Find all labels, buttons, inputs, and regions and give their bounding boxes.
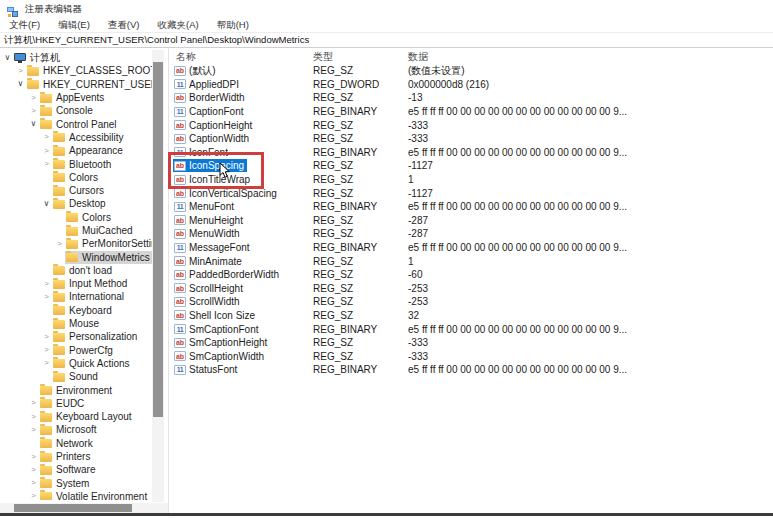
tree-item[interactable]: >Personalization <box>0 330 152 343</box>
tree-item[interactable]: >International <box>0 290 152 303</box>
chevron-right-icon[interactable]: > <box>28 412 39 422</box>
tree-item[interactable]: Environment <box>0 383 152 396</box>
chevron-right-icon[interactable]: > <box>41 279 52 289</box>
value-row[interactable]: 11CaptionFontREG_BINARYe5 ff ff ff 00 00… <box>169 105 773 119</box>
tree-item[interactable]: >Bluetooth <box>0 157 152 170</box>
chevron-down-icon[interactable]: ∨ <box>41 199 52 209</box>
value-row[interactable]: abScrollHeightREG_SZ-253 <box>169 282 773 296</box>
tree-item[interactable]: >Appearance <box>0 144 152 157</box>
tree-item[interactable]: >Keyboard Layout <box>0 410 152 423</box>
value-row[interactable]: abBorderWidthREG_SZ-13 <box>169 91 773 105</box>
value-row[interactable]: 11MessageFontREG_BINARYe5 ff ff ff 00 00… <box>169 241 773 255</box>
reg-sz-icon: ab <box>174 256 186 266</box>
menu-item-4[interactable]: 帮助(H) <box>208 19 258 32</box>
chevron-right-icon[interactable]: > <box>41 159 52 169</box>
column-header-data[interactable]: 数据 <box>406 50 773 64</box>
chevron-right-icon[interactable]: > <box>28 425 39 435</box>
value-data: e5 ff ff ff 00 00 00 00 00 00 00 00 00 0… <box>406 242 773 253</box>
chevron-right-icon[interactable]: > <box>28 106 39 116</box>
value-row[interactable]: abShell Icon SizeREG_SZ32 <box>169 309 773 323</box>
tree-item[interactable]: Keyboard <box>0 304 152 317</box>
chevron-right-icon[interactable]: > <box>28 491 39 500</box>
value-row[interactable]: abSmCaptionWidthREG_SZ-333 <box>169 349 773 363</box>
value-type: REG_SZ <box>311 133 406 144</box>
chevron-right-icon[interactable]: > <box>41 358 52 368</box>
chevron-right-icon[interactable]: > <box>28 398 39 408</box>
address-bar[interactable]: 计算机\HKEY_CURRENT_USER\Control Panel\Desk… <box>0 33 773 48</box>
chevron-right-icon[interactable]: > <box>41 146 52 156</box>
tree-item[interactable]: Cursors <box>0 184 152 197</box>
value-row[interactable]: 11StatusFontREG_BINARYe5 ff ff ff 00 00 … <box>169 363 773 377</box>
column-header-name[interactable]: 名称 <box>169 50 311 64</box>
tree-item[interactable]: WindowMetrics <box>0 250 152 263</box>
tree-item[interactable]: >EUDC <box>0 397 152 410</box>
tree-item[interactable]: >Microsoft <box>0 423 152 436</box>
value-row[interactable]: abIconTitleWrapREG_SZ1 <box>169 173 773 187</box>
tree-item[interactable]: >System <box>0 477 152 490</box>
tree-item[interactable]: >Printers <box>0 450 152 463</box>
tree-item[interactable]: MuiCached <box>0 224 152 237</box>
tree-item[interactable]: Network <box>0 437 152 450</box>
tree-vertical-scrollbar[interactable] <box>152 50 164 502</box>
value-row[interactable]: 11SmCaptionFontREG_BINARYe5 ff ff ff 00 … <box>169 322 773 336</box>
tree-item[interactable]: >Input Method <box>0 277 152 290</box>
folder-icon <box>40 413 52 422</box>
value-type: REG_SZ <box>311 269 406 280</box>
folder-icon <box>40 107 52 116</box>
tree-item[interactable]: Sound <box>0 370 152 383</box>
value-row[interactable]: abScrollWidthREG_SZ-253 <box>169 295 773 309</box>
value-row[interactable]: abMenuWidthREG_SZ-287 <box>169 227 773 241</box>
tree-item[interactable]: ∨HKEY_CURRENT_USER <box>0 78 152 91</box>
chevron-right-icon[interactable]: > <box>28 452 39 462</box>
chevron-down-icon[interactable]: ∨ <box>15 79 26 89</box>
chevron-right-icon[interactable]: > <box>41 132 52 142</box>
chevron-right-icon[interactable]: > <box>41 345 52 355</box>
reg-sz-icon: ab <box>174 66 186 76</box>
tree-item[interactable]: >HKEY_CLASSES_ROOT <box>0 64 152 77</box>
tree-item[interactable]: >Quick Actions <box>0 357 152 370</box>
column-header-type[interactable]: 类型 <box>311 50 406 64</box>
menu-item-1[interactable]: 编辑(E) <box>49 19 99 32</box>
value-row[interactable]: abCaptionHeightREG_SZ-333 <box>169 118 773 132</box>
tree-item[interactable]: Mouse <box>0 317 152 330</box>
tree-item[interactable]: >AppEvents <box>0 91 152 104</box>
menu-item-0[interactable]: 文件(F) <box>0 19 49 32</box>
vertical-scrollbar-thumb[interactable] <box>153 62 163 417</box>
value-row[interactable]: 11IconFontREG_BINARYe5 ff ff ff 00 00 00… <box>169 146 773 160</box>
chevron-down-icon[interactable]: ∨ <box>2 53 13 63</box>
value-row[interactable]: abIconSpacingREG_SZ-1127 <box>169 159 773 173</box>
tree-item[interactable]: >PowerCfg <box>0 344 152 357</box>
horizontal-scrollbar-thumb[interactable] <box>14 504 132 512</box>
value-row[interactable]: abIconVerticalSpacingREG_SZ-1127 <box>169 186 773 200</box>
chevron-right-icon[interactable]: > <box>54 239 65 249</box>
menu-item-3[interactable]: 收藏夹(A) <box>148 19 207 32</box>
menu-item-2[interactable]: 查看(V) <box>99 19 149 32</box>
tree-item[interactable]: Colors <box>0 171 152 184</box>
tree-item[interactable]: don't load <box>0 264 152 277</box>
tree-item[interactable]: >PerMonitorSettin <box>0 237 152 250</box>
chevron-right-icon[interactable]: > <box>15 66 26 76</box>
value-row[interactable]: 11MenuFontREG_BINARYe5 ff ff ff 00 00 00… <box>169 200 773 214</box>
chevron-right-icon[interactable]: > <box>28 465 39 475</box>
chevron-right-icon[interactable]: > <box>28 93 39 103</box>
chevron-down-icon[interactable]: ∨ <box>28 119 39 129</box>
value-row[interactable]: abMenuHeightREG_SZ-287 <box>169 214 773 228</box>
value-row[interactable]: abMinAnimateREG_SZ1 <box>169 254 773 268</box>
tree-item[interactable]: >Accessibility <box>0 131 152 144</box>
tree-item[interactable]: ∨计算机 <box>0 51 152 64</box>
value-row[interactable]: abSmCaptionHeightREG_SZ-333 <box>169 336 773 350</box>
tree-item[interactable]: >Software <box>0 463 152 476</box>
tree-item[interactable]: >Volatile Environment <box>0 490 152 500</box>
tree-item[interactable]: ∨Desktop <box>0 197 152 210</box>
value-row[interactable]: ab(默认)REG_SZ(数值未设置) <box>169 64 773 78</box>
chevron-right-icon[interactable]: > <box>28 478 39 488</box>
tree-item[interactable]: ∨Control Panel <box>0 117 152 130</box>
tree-item[interactable]: Colors <box>0 211 152 224</box>
value-row[interactable]: 11AppliedDPIREG_DWORD0x000000d8 (216) <box>169 78 773 92</box>
value-row[interactable]: abCaptionWidthREG_SZ-333 <box>169 132 773 146</box>
tree-horizontal-scrollbar[interactable] <box>0 503 168 513</box>
chevron-right-icon[interactable]: > <box>41 292 52 302</box>
value-row[interactable]: abPaddedBorderWidthREG_SZ-60 <box>169 268 773 282</box>
tree-item[interactable]: >Console <box>0 104 152 117</box>
chevron-right-icon[interactable]: > <box>41 332 52 342</box>
